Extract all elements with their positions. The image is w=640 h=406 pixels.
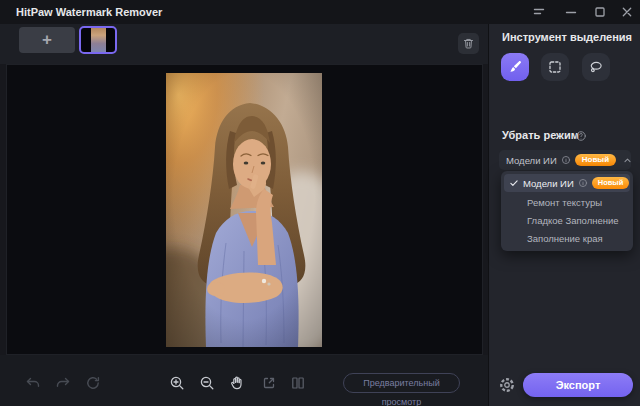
editing-canvas[interactable] (6, 64, 483, 355)
image-thumbnail[interactable] (79, 26, 117, 54)
mode-option-label: Гладкое Заполнение (527, 215, 619, 226)
mode-option-label: Модели ИИ (523, 178, 574, 189)
mode-option-texture-repair[interactable]: Ремонт текстуры (501, 193, 633, 211)
sidebar: Инструмент выделения Убрать режим Модели… (488, 24, 640, 406)
photo-portrait (166, 73, 322, 347)
zoom-out-icon[interactable] (199, 375, 215, 391)
chevron-up-icon (623, 156, 632, 165)
brush-icon (507, 59, 523, 75)
zoom-in-icon[interactable] (169, 375, 185, 391)
settings-button[interactable] (498, 376, 516, 394)
mode-option-edge-fill[interactable]: Заполнение края (501, 229, 633, 247)
lasso-tool-button[interactable] (582, 53, 610, 81)
mode-option-label: Ремонт текстуры (527, 197, 602, 208)
lasso-icon (588, 59, 604, 75)
minimize-icon[interactable] (563, 4, 579, 20)
bottom-toolbar: Предварительный просмотр (0, 355, 488, 406)
trash-icon (462, 37, 475, 50)
mode-dropdown-menu: Модели ИИ Новый Ремонт текстуры Гладкое … (501, 171, 633, 251)
preview-button[interactable]: Предварительный просмотр (343, 373, 460, 393)
app-title: HitPaw Watermark Remover (16, 0, 162, 24)
info-icon[interactable] (561, 155, 571, 165)
add-image-button[interactable]: + (19, 27, 75, 53)
menu-icon[interactable] (531, 4, 547, 20)
new-badge: Новый (592, 177, 630, 189)
thumbnail-preview (91, 28, 106, 52)
titlebar: HitPaw Watermark Remover (0, 0, 640, 24)
info-icon[interactable] (578, 178, 588, 188)
selection-tool-title: Инструмент выделения (502, 31, 632, 43)
remove-mode-title: Убрать режим (502, 129, 579, 141)
thumbnail-bar: + (0, 24, 488, 64)
check-icon (509, 178, 519, 188)
reset-icon[interactable] (85, 375, 101, 391)
mode-option-smooth-fill[interactable]: Гладкое Заполнение (501, 211, 633, 229)
app-window: HitPaw Watermark Remover + (0, 0, 640, 406)
brush-tool-button[interactable] (501, 53, 529, 81)
marquee-tool-button[interactable] (541, 53, 569, 81)
mode-option-ai-models[interactable]: Модели ИИ Новый (504, 174, 630, 192)
hand-tool-icon[interactable] (229, 375, 245, 391)
export-button[interactable]: Экспорт (523, 373, 633, 397)
maximize-icon[interactable] (592, 4, 608, 20)
close-icon[interactable] (619, 4, 635, 20)
fullscreen-icon[interactable] (261, 375, 277, 391)
marquee-icon (547, 59, 563, 75)
mode-select-value: Модели ИИ (506, 155, 557, 166)
undo-icon[interactable] (25, 375, 41, 391)
delete-image-button[interactable] (458, 33, 479, 54)
gear-icon (498, 376, 516, 394)
redo-icon[interactable] (55, 375, 71, 391)
help-icon[interactable] (575, 128, 587, 140)
mode-option-label: Заполнение края (527, 233, 603, 244)
new-badge: Новый (575, 154, 616, 166)
compare-icon[interactable] (290, 375, 306, 391)
remove-mode-select[interactable]: Модели ИИ Новый (499, 150, 631, 170)
